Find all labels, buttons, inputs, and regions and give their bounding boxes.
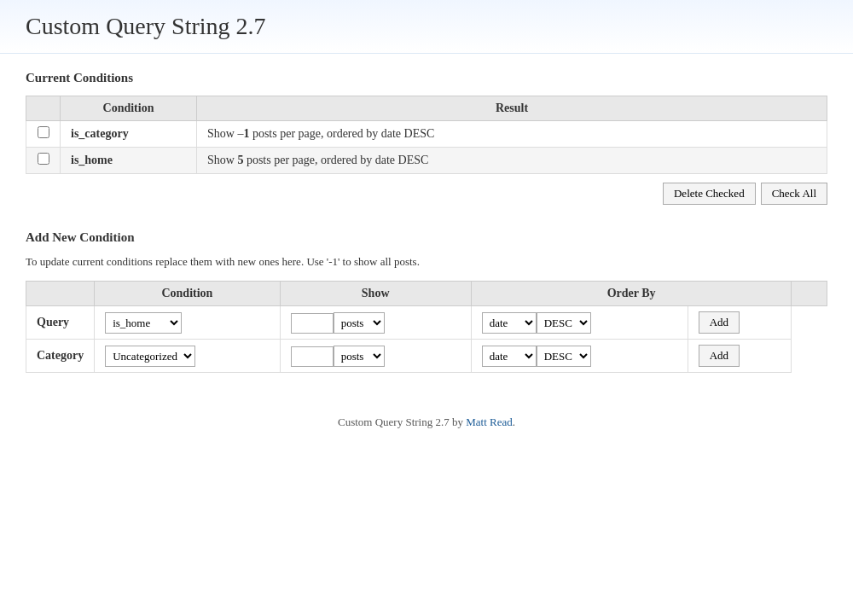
delete-checked-button[interactable]: Delete Checked xyxy=(663,183,756,205)
orderby-select[interactable]: datetitleauthor xyxy=(482,312,537,334)
add-row-condition-cell: is_homeis_categoryis_singleis_page xyxy=(95,306,280,340)
col-header-result: Result xyxy=(197,96,827,121)
add-row: CategoryUncategorizedCategory 1Category … xyxy=(26,340,827,373)
col-header-checkbox xyxy=(26,96,61,121)
current-conditions-heading: Current Conditions xyxy=(26,71,827,85)
result-text: Show 5 posts per page, ordered by date D… xyxy=(197,148,827,174)
order-dir-select[interactable]: DESCASC xyxy=(537,312,591,334)
row-checkbox[interactable] xyxy=(38,153,49,165)
table-row: is_homeShow 5 posts per page, ordered by… xyxy=(26,148,827,174)
add-col-condition: Condition xyxy=(95,282,280,306)
col-header-condition: Condition xyxy=(61,96,197,121)
add-row-show-cell: postspages xyxy=(280,306,471,340)
show-unit-select[interactable]: postspages xyxy=(334,346,385,367)
condition-select[interactable]: is_homeis_categoryis_singleis_page xyxy=(105,312,182,334)
add-col-action xyxy=(792,282,827,306)
add-row-label: Category xyxy=(26,340,95,373)
add-row-orderby-cell: datetitleauthorDESCASC xyxy=(471,340,688,373)
footer-text-before: Custom Query String 2.7 by xyxy=(338,416,463,428)
orderby-select[interactable]: datetitleauthor xyxy=(482,346,537,367)
show-unit-select[interactable]: postspages xyxy=(334,312,385,334)
footer-author-link[interactable]: Matt Read xyxy=(466,416,513,428)
check-all-button[interactable]: Check All xyxy=(761,183,827,205)
add-row-label: Query xyxy=(26,306,95,340)
add-button[interactable]: Add xyxy=(699,345,740,367)
condition-name: is_home xyxy=(61,148,197,174)
show-input[interactable] xyxy=(291,346,334,367)
add-condition-section: Add New Condition To update current cond… xyxy=(26,230,827,373)
result-text: Show –1 posts per page, ordered by date … xyxy=(197,121,827,148)
add-condition-heading: Add New Condition xyxy=(26,230,827,245)
order-dir-select[interactable]: DESCASC xyxy=(537,346,591,367)
add-row: Queryis_homeis_categoryis_singleis_pagep… xyxy=(26,306,827,340)
condition-select[interactable]: UncategorizedCategory 1Category 2 xyxy=(105,346,195,367)
footer-text-after: . xyxy=(513,416,515,428)
add-condition-table: Condition Show Order By Queryis_homeis_c… xyxy=(26,281,827,373)
add-row-orderby-cell: datetitleauthorDESCASC xyxy=(471,306,688,340)
add-button[interactable]: Add xyxy=(699,311,740,334)
condition-name: is_category xyxy=(61,121,197,148)
current-conditions-section: Current Conditions Condition Result is_c… xyxy=(26,71,827,205)
conditions-table: Condition Result is_categoryShow –1 post… xyxy=(26,96,827,174)
add-row-show-cell: postspages xyxy=(280,340,471,373)
add-condition-description: To update current conditions replace the… xyxy=(26,255,827,269)
add-row-condition-cell: UncategorizedCategory 1Category 2 xyxy=(95,340,280,373)
footer: Custom Query String 2.7 by Matt Read. xyxy=(26,407,827,429)
add-col-label xyxy=(26,282,95,306)
add-col-show: Show xyxy=(280,282,471,306)
add-row-button-cell: Add xyxy=(688,340,792,373)
show-input[interactable] xyxy=(291,313,334,334)
row-checkbox[interactable] xyxy=(38,126,49,138)
conditions-button-row: Delete Checked Check All xyxy=(26,183,827,205)
add-col-orderby: Order By xyxy=(471,282,792,306)
add-row-button-cell: Add xyxy=(688,306,792,340)
page-title: Custom Query String 2.7 xyxy=(0,0,853,54)
table-row: is_categoryShow –1 posts per page, order… xyxy=(26,121,827,148)
